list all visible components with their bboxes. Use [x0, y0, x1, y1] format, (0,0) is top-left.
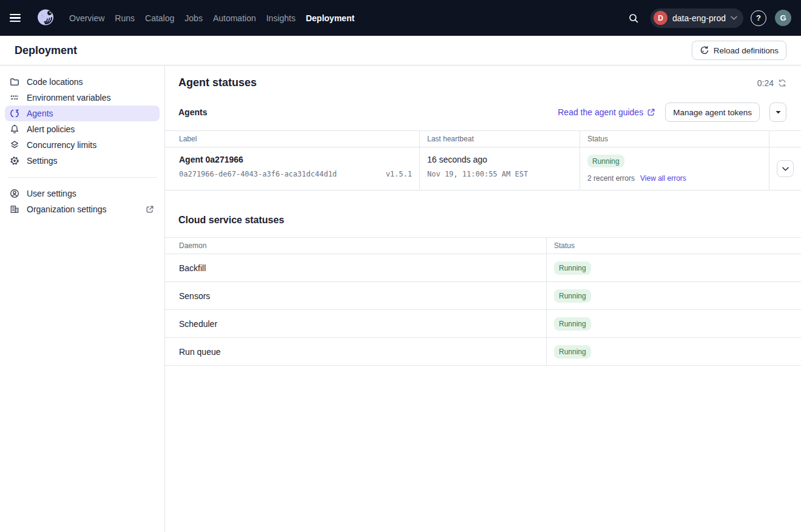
sidebar-item-alert-policies[interactable]: Alert policies — [5, 121, 160, 137]
refresh-countdown-value: 0:24 — [757, 78, 774, 88]
sidebar-item-label: User settings — [27, 189, 76, 198]
help-icon[interactable]: ? — [751, 10, 766, 26]
heartbeat-relative: 16 seconds ago — [427, 155, 572, 164]
sidebar-item-label: Code locations — [27, 77, 83, 87]
sidebar-item-user-settings[interactable]: User settings — [5, 186, 160, 201]
reload-definitions-button[interactable]: Reload definitions — [692, 41, 786, 60]
primary-nav: Overview Runs Catalog Jobs Automation In… — [69, 13, 354, 23]
user-circle-icon — [10, 189, 19, 198]
sidebar-item-label: Environment variables — [27, 93, 111, 103]
agent-row: Agent 0a271966 0a271966-de67-4043-a3f6-a… — [165, 147, 801, 190]
layers-icon — [10, 140, 19, 150]
nav-jobs[interactable]: Jobs — [184, 13, 203, 23]
caret-down-icon — [776, 110, 781, 114]
cloud-service-statuses-title: Cloud service statuses — [165, 190, 801, 237]
view-all-errors-link[interactable]: View all errors — [640, 174, 686, 183]
sidebar-item-label: Concurrency limits — [27, 140, 96, 150]
refresh-icon[interactable] — [778, 79, 786, 87]
hamburger-menu-button[interactable] — [10, 10, 27, 27]
sidebar-item-label: Alert policies — [27, 124, 75, 134]
agent-guides-link-label: Read the agent guides — [558, 107, 643, 117]
status-badge: Running — [554, 289, 591, 302]
chevron-down-icon — [782, 167, 789, 171]
page-title: Deployment — [15, 44, 77, 57]
manage-agent-tokens-button[interactable]: Manage agent tokens — [665, 103, 760, 122]
sidebar-item-organization-settings[interactable]: Organization settings — [5, 201, 160, 217]
agents-table-header: Label Last heartbeat Status — [165, 130, 801, 147]
agent-statuses-title: Agent statuses — [178, 76, 257, 89]
nav-overview[interactable]: Overview — [69, 13, 104, 23]
sidebar-item-code-locations[interactable]: Code locations — [5, 74, 160, 90]
top-nav: Overview Runs Catalog Jobs Automation In… — [0, 0, 801, 36]
nav-runs[interactable]: Runs — [115, 13, 135, 23]
status-badge: Running — [554, 261, 591, 274]
status-badge: Running — [554, 345, 591, 358]
daemon-row-backfill: Backfill Running — [165, 254, 801, 282]
recent-errors-count: 2 recent errors — [587, 174, 635, 183]
reload-definitions-label: Reload definitions — [714, 46, 779, 55]
agent-row-expander-button[interactable] — [777, 160, 794, 177]
daemon-name: Sensors — [165, 282, 547, 309]
deployment-sidebar: Code locations Environment variables — [0, 66, 165, 532]
deployment-name: data-eng-prod — [672, 13, 726, 23]
refresh-countdown: 0:24 — [757, 78, 786, 88]
sidebar-divider — [7, 177, 157, 178]
heartbeat-timestamp: Nov 19, 11:00:55 AM EST — [427, 170, 528, 178]
daemon-name: Backfill — [165, 254, 547, 281]
sidebar-item-environment-variables[interactable]: Environment variables — [5, 90, 160, 106]
sidebar-item-settings[interactable]: Settings — [5, 153, 160, 169]
nav-deployment[interactable]: Deployment — [306, 13, 354, 23]
reload-icon — [700, 45, 709, 55]
environment-variables-icon — [10, 93, 19, 103]
sidebar-item-label: Settings — [27, 156, 58, 166]
folder-icon — [10, 77, 19, 87]
column-header-daemon: Daemon — [165, 238, 547, 254]
status-badge: Running — [587, 155, 624, 167]
page-header: Deployment Reload definitions — [0, 36, 801, 66]
user-avatar[interactable]: G — [775, 10, 791, 26]
chevron-down-icon — [731, 16, 737, 20]
deployment-initial-badge: D — [654, 11, 668, 25]
agent-guides-link[interactable]: Read the agent guides — [558, 107, 655, 117]
bell-icon — [10, 124, 19, 134]
daemon-name: Run queue — [165, 338, 547, 365]
daemon-row-run-queue: Run queue Running — [165, 338, 801, 366]
search-icon[interactable] — [624, 8, 643, 28]
dagster-logo-icon[interactable] — [34, 7, 57, 30]
sidebar-item-concurrency-limits[interactable]: Concurrency limits — [5, 137, 160, 153]
external-link-icon — [145, 204, 155, 214]
gear-icon — [10, 156, 19, 166]
agent-name: Agent 0a271966 — [179, 155, 412, 164]
agents-section-label: Agents — [178, 107, 207, 117]
nav-catalog[interactable]: Catalog — [145, 13, 174, 23]
agent-actions-dropdown-button[interactable] — [769, 103, 786, 122]
app: Overview Runs Catalog Jobs Automation In… — [0, 0, 801, 532]
sidebar-item-label: Agents — [27, 109, 53, 118]
column-header-last-heartbeat: Last heartbeat — [420, 131, 580, 147]
agents-table: Label Last heartbeat Status Agent 0a2719… — [165, 130, 801, 190]
column-header-status: Status — [580, 131, 769, 147]
column-header-label: Label — [165, 131, 420, 147]
column-header-expander — [769, 131, 801, 147]
deployment-switcher[interactable]: D data-eng-prod — [651, 8, 743, 28]
daemon-row-sensors: Sensors Running — [165, 282, 801, 310]
daemon-row-scheduler: Scheduler Running — [165, 310, 801, 338]
cloud-services-table: Daemon Status Backfill Running Sensors R… — [165, 237, 801, 366]
nav-insights[interactable]: Insights — [266, 13, 296, 23]
agent-version: v1.5.1 — [386, 170, 412, 178]
agent-id: 0a271966-de67-4043-a3f6-aca31dc44d1d — [179, 170, 337, 178]
agents-icon — [10, 109, 19, 118]
cloud-table-header: Daemon Status — [165, 237, 801, 254]
main-content: Agent statuses 0:24 Agents — [165, 66, 801, 532]
daemon-name: Scheduler — [165, 310, 547, 337]
nav-automation[interactable]: Automation — [213, 13, 256, 23]
status-badge: Running — [554, 317, 591, 330]
sidebar-item-agents[interactable]: Agents — [5, 106, 160, 121]
sidebar-item-label: Organization settings — [27, 204, 138, 214]
column-header-status: Status — [547, 238, 801, 254]
organization-icon — [10, 204, 19, 214]
external-link-icon — [647, 108, 655, 116]
